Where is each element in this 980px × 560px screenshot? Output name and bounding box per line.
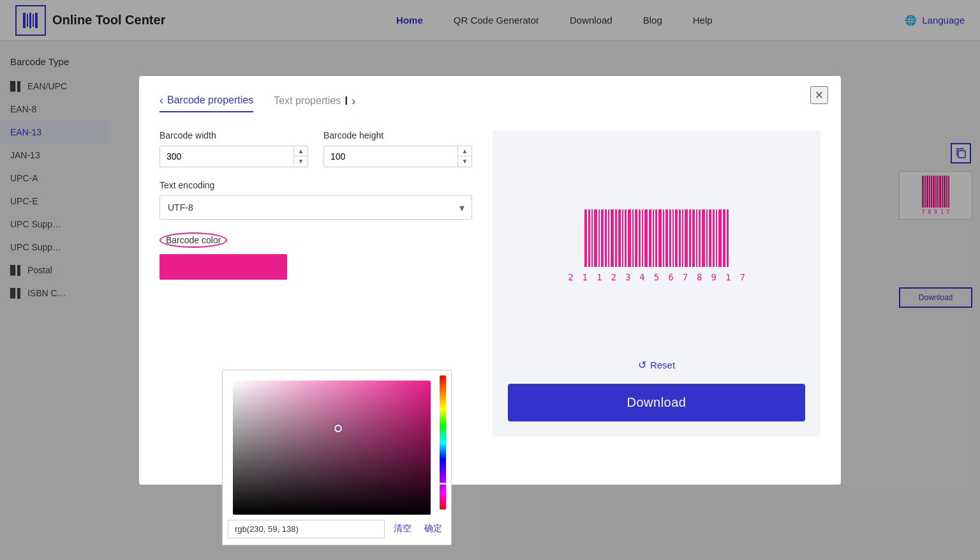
width-spinners: ▲ ▼ [293, 146, 308, 167]
modal-close-button[interactable]: × [810, 86, 828, 104]
modal-body: Barcode width ▲ ▼ Barcode height [160, 130, 820, 437]
cursor-icon: I [345, 95, 348, 108]
reset-button[interactable]: ↺ Reset [638, 359, 675, 371]
height-label: Barcode height [323, 130, 472, 140]
download-button[interactable]: Download [508, 384, 805, 421]
color-section-label: Barcode color [160, 232, 472, 248]
color-label-section: Barcode color [160, 232, 472, 248]
barcode-bars [584, 209, 729, 267]
width-field-group: Barcode width ▲ ▼ [160, 130, 308, 167]
color-hex-input[interactable] [228, 520, 385, 538]
height-field-group: Barcode height ▲ ▼ [323, 130, 472, 167]
modal-left-panel: Barcode width ▲ ▼ Barcode height [160, 130, 472, 437]
width-input[interactable] [160, 146, 293, 167]
hue-indicator [440, 483, 446, 485]
height-input-wrap: ▲ ▼ [323, 146, 472, 167]
color-clear-button[interactable]: 清空 [390, 520, 415, 537]
height-input[interactable] [324, 146, 457, 167]
modal-tabs: ‹ Barcode properties Text properties I › [160, 94, 820, 112]
encoding-select-wrap: UTF-8 ▾ [160, 195, 472, 220]
height-decrement[interactable]: ▼ [458, 156, 471, 167]
forward-arrow-icon: › [352, 95, 355, 108]
encoding-field-group: Text encoding UTF-8 ▾ [160, 180, 472, 220]
color-input-row: 清空 确定 [228, 520, 446, 538]
width-decrement[interactable]: ▼ [294, 156, 308, 167]
color-picker-cursor [334, 425, 342, 432]
width-increment[interactable]: ▲ [294, 146, 308, 157]
color-picker-popup: 清空 确定 [222, 370, 452, 545]
encoding-select[interactable]: UTF-8 [160, 195, 472, 220]
modal-right-panel: 2 1 1 2 3 4 5 6 7 8 9 1 7 ↺ Reset [493, 130, 820, 437]
tab-barcode-properties[interactable]: ‹ Barcode properties [160, 94, 253, 112]
tab-text-properties[interactable]: Text properties I › [274, 95, 355, 112]
height-spinners: ▲ ▼ [457, 146, 471, 167]
barcode-color-label: Barcode color [160, 232, 227, 248]
barcode-numbers: 2 1 1 2 3 4 5 6 7 8 9 1 7 [568, 272, 745, 282]
width-input-wrap: ▲ ▼ [160, 146, 308, 167]
dimension-fields: Barcode width ▲ ▼ Barcode height [160, 130, 472, 167]
reset-icon: ↺ [638, 359, 646, 371]
color-gradient-picker[interactable] [233, 381, 431, 515]
color-confirm-button[interactable]: 确定 [420, 520, 446, 537]
hue-slider[interactable] [440, 375, 446, 510]
reset-label: Reset [650, 359, 675, 370]
barcode-preview: 2 1 1 2 3 4 5 6 7 8 9 1 7 [508, 146, 805, 346]
color-swatch-button[interactable] [160, 254, 287, 280]
encoding-label: Text encoding [160, 180, 472, 190]
back-arrow-icon: ‹ [160, 94, 163, 107]
height-increment[interactable]: ▲ [458, 146, 471, 157]
width-label: Barcode width [160, 130, 308, 140]
modal: × ‹ Barcode properties Text properties I… [139, 76, 841, 485]
